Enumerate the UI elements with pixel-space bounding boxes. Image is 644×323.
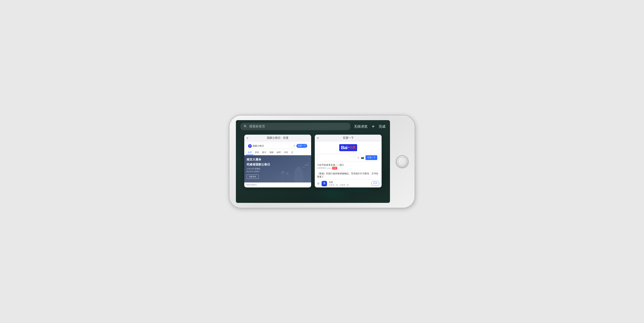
tab2-close-button[interactable]: × — [317, 136, 319, 140]
tab2-mic-icon: 🎙 — [357, 156, 360, 159]
tab1-banner: 南京大屠杀 死难者国家公祭日 12月13日 星期四 铭记历史 祈愿和平 查看百科 — [244, 155, 311, 182]
phone-screen: 🔍 搜索标签页 无痕浏览 + 完成 × 国家公祭日 - 百度 — [236, 120, 390, 203]
nav-item-qa[interactable]: 问答 — [282, 150, 290, 155]
tab1-close-button[interactable]: × — [246, 136, 248, 140]
banner-date: 12月13日 星期四 — [246, 168, 270, 170]
banner-baike-button[interactable]: 查看百科 — [246, 174, 259, 179]
nav-item-news[interactable]: 资讯 — [253, 150, 260, 155]
tab-card-1[interactable]: × 国家公祭日 - 百度 百 国家公祭日 🎙 百度一下 — [244, 135, 311, 188]
svg-rect-1 — [297, 168, 300, 168]
search-icon: 🔍 — [244, 125, 248, 128]
nav-item-tieba[interactable]: 贴吧 — [275, 150, 282, 155]
tab2-baidu-button[interactable]: 百度一下 — [366, 155, 377, 160]
nav-item-more[interactable]: 文 — [290, 150, 295, 155]
new-tab-button[interactable]: + — [372, 124, 374, 130]
news1-title: 习近平的改革足迹——浙江 — [317, 164, 379, 166]
tab2-camera-icon: 📷 — [361, 156, 364, 159]
banner-title-line2: 死难者国家公祭日 — [246, 162, 270, 166]
baidu-logo-text: Bai — [341, 145, 348, 150]
svg-rect-3 — [296, 169, 302, 170]
nav-item-all[interactable]: 全部 — [246, 150, 253, 155]
city-silhouette-icon — [275, 162, 311, 182]
tabs-grid: × 国家公祭日 - 百度 百 国家公祭日 🎙 百度一下 — [236, 133, 390, 189]
news1-tag: 置顶 — [332, 167, 337, 170]
banner-text: 南京大屠杀 死难者国家公祭日 12月13日 星期四 铭记历史 祈愿和平 查看百科 — [246, 158, 270, 179]
news1-time: 09:54 — [327, 167, 331, 169]
nav-item-video[interactable]: 视频 — [268, 150, 275, 155]
news-item-1[interactable]: 习近平的改革足迹——浙江 央视网新闻 09:54 置顶 — [315, 162, 382, 171]
tab1-search-bar[interactable]: 百 国家公祭日 🎙 百度一下 — [246, 143, 309, 149]
tab1-title: 国家公祭日 - 百度 — [267, 136, 288, 140]
tab1-content: 百 国家公祭日 🎙 百度一下 全部 资讯 图片 视频 贴吧 问答 — [244, 143, 311, 187]
volume-up-button[interactable] — [228, 151, 230, 161]
news2-title: 《客栈》刘涛口袋掉落神秘物品，导演连忙打马赛克，王珂却害羞了 — [317, 172, 379, 178]
baidu-app-icon: 百 — [322, 181, 327, 186]
tab2-content: Bai ¹² 百度 🎙 📷 百度一下 习近平的改革足迹——浙 — [315, 142, 382, 188]
svg-rect-4 — [295, 170, 302, 171]
app-promo-close-button[interactable]: × — [317, 182, 320, 185]
banner-sub: 铭记历史 祈愿和平 — [246, 170, 270, 173]
power-button[interactable] — [414, 153, 416, 166]
home-button-inner — [398, 157, 406, 166]
tab2-title: 百度一下 — [343, 136, 354, 140]
app-info: 百度 有事搜一搜，没事看一看 — [329, 181, 369, 186]
done-button[interactable]: 完成 — [379, 124, 386, 129]
news1-source-row: 央视网新闻 09:54 置顶 — [317, 167, 379, 170]
baidu-logo-superscript: ¹² — [348, 146, 350, 149]
volume-down-button[interactable] — [228, 163, 230, 174]
app-name: 百度 — [329, 181, 369, 184]
tab1-header: × 国家公祭日 - 百度 — [244, 135, 311, 142]
svg-rect-9 — [276, 176, 279, 182]
tab-card-2[interactable]: × 百度一下 Bai ¹² 百度 🎙 — [315, 135, 382, 188]
tab-search-box[interactable]: 🔍 搜索标签页 — [240, 123, 350, 130]
svg-marker-11 — [286, 171, 289, 174]
phone-device: 🔍 搜索标签页 无痕浏览 + 完成 × 国家公祭日 - 百度 — [229, 115, 415, 208]
home-button[interactable] — [396, 156, 408, 168]
tab1-footer: 搜索智能聚合 — [244, 182, 311, 187]
baidu-logo: Bai ¹² 百度 — [339, 144, 357, 151]
svg-rect-2 — [296, 168, 301, 169]
mic-icon: 🎙 — [293, 144, 296, 147]
baidu-logo-area: Bai ¹² 百度 — [315, 142, 382, 153]
incognito-button[interactable]: 无痕浏览 — [354, 124, 368, 129]
nav-item-images[interactable]: 图片 — [260, 150, 268, 155]
svg-rect-5 — [294, 171, 303, 182]
tab2-header: × 百度一下 — [315, 135, 382, 142]
search-placeholder-text: 搜索标签页 — [249, 124, 265, 128]
app-promo: × 百 百度 有事搜一搜，没事看一看 打开 — [315, 180, 382, 188]
baidu-paw-icon: 百 — [248, 144, 252, 148]
news-item-2[interactable]: 《客栈》刘涛口袋掉落神秘物品，导演连忙打马赛克，王珂却害羞了 — [315, 171, 382, 180]
baidu-cn-text: 百度 — [350, 146, 355, 150]
top-bar-actions: 无痕浏览 + 完成 — [354, 124, 386, 130]
app-desc: 有事搜一搜，没事看一看 — [329, 184, 369, 186]
tab1-search-text: 国家公祭日 — [253, 144, 292, 148]
banner-title-line1: 南京大屠杀 — [246, 158, 270, 162]
tab2-search-bar[interactable]: 🎙 📷 百度一下 — [317, 154, 379, 162]
silent-button[interactable] — [228, 138, 230, 145]
svg-rect-0 — [298, 166, 300, 168]
news1-source-name: 央视网新闻 — [317, 167, 326, 169]
top-bar: 🔍 搜索标签页 无痕浏览 + 完成 — [236, 120, 390, 133]
tab1-nav: 全部 资讯 图片 视频 贴吧 问答 文 — [244, 150, 311, 155]
svg-rect-8 — [286, 174, 290, 182]
tab1-baidu-button[interactable]: 百度一下 — [296, 144, 307, 148]
open-app-button[interactable]: 打开 — [371, 181, 379, 186]
